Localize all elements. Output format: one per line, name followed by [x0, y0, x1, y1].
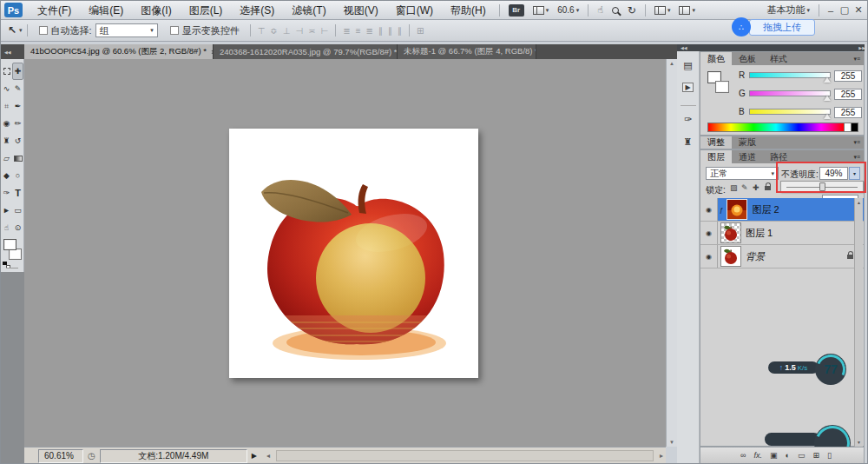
blur-tool[interactable]: ◆ [1, 167, 12, 184]
distribute-vertical-centers-icon[interactable]: ≡ [353, 26, 364, 36]
panel-menu-icon[interactable]: ▾≡ [850, 52, 864, 65]
red-slider-thumb[interactable] [824, 77, 831, 83]
opacity-value-field[interactable]: 49% [819, 167, 848, 180]
tab-channels[interactable]: 通道 [732, 150, 763, 163]
layer-name[interactable]: 图层 1 [746, 227, 773, 240]
document-tab-2[interactable]: 240368-1612020RA035.jpg @ 79.7%(RGB/8#) … [214, 44, 398, 59]
green-value-field[interactable]: 255 [834, 89, 862, 100]
layer-thumbnail[interactable] [720, 222, 741, 243]
actions-panel-icon[interactable]: ▶ [682, 83, 694, 92]
align-horizontal-centers-icon[interactable]: ≍ [306, 26, 318, 36]
lock-transparency-icon[interactable]: ▨ [730, 183, 738, 192]
layers-scrollbar[interactable]: ▲ ▼ [854, 198, 863, 447]
tab-color[interactable]: 颜色 [700, 52, 732, 65]
menu-layer[interactable]: 图层(L) [181, 1, 232, 20]
canvas-vertical-scrollbar[interactable]: ▲ ▼ [666, 59, 677, 447]
opacity-dropdown-button[interactable]: ▾ [849, 167, 860, 180]
launch-bridge-button[interactable]: Br [504, 3, 529, 18]
menu-view[interactable]: 视图(V) [335, 1, 387, 20]
tab-masks[interactable]: 蒙版 [732, 136, 763, 149]
menu-window[interactable]: 窗口(W) [387, 1, 442, 20]
blue-slider-thumb[interactable] [824, 114, 831, 119]
workspace-switcher[interactable]: 基本功能 ▾ [762, 3, 814, 18]
horizontal-scrollbar[interactable] [276, 450, 654, 461]
view-extras-button[interactable]: ▾ [529, 3, 554, 18]
distribute-bottom-edges-icon[interactable]: ≣ [364, 26, 376, 36]
distribute-right-edges-icon[interactable]: ∥ [395, 26, 404, 36]
menu-filter[interactable]: 滤镜(T) [283, 1, 334, 20]
canvas-area[interactable] [24, 59, 666, 447]
eraser-tool[interactable]: ▱ [1, 149, 12, 167]
align-vertical-centers-icon[interactable]: ≎ [267, 26, 279, 36]
align-bottom-edges-icon[interactable]: ⊥ [280, 26, 293, 36]
brushes-panel-icon[interactable]: ✑ [677, 114, 699, 125]
tab-swatches[interactable]: 色板 [732, 52, 763, 65]
spot-healing-brush-tool[interactable]: ◉ [1, 115, 12, 132]
menu-select[interactable]: 选择(S) [231, 1, 283, 20]
crop-tool[interactable]: ⌗ [1, 97, 12, 115]
zoom-percentage-field[interactable]: 60.61% [38, 449, 83, 463]
link-layers-icon[interactable]: ∞ [740, 451, 746, 460]
type-tool[interactable]: T [12, 184, 23, 202]
history-panel-icon[interactable]: ▤ [677, 60, 699, 71]
arrange-documents-button[interactable]: ▾ [650, 3, 675, 18]
hand-tool-button[interactable]: ☝ [593, 3, 608, 18]
auto-select-checkbox[interactable] [39, 26, 48, 35]
distribute-left-edges-icon[interactable]: ∥ [376, 26, 385, 36]
new-group-icon[interactable]: ▭ [798, 451, 806, 460]
rectangle-tool[interactable]: ▭ [12, 202, 23, 219]
tools-collapse-icon[interactable]: ◀◀ [1, 44, 24, 59]
visibility-toggle[interactable]: ◉ [700, 222, 718, 244]
foreground-color-swatch[interactable] [3, 239, 16, 250]
rotate-view-button[interactable]: ↻ [623, 3, 641, 18]
scroll-up-icon[interactable]: ▲ [669, 61, 674, 66]
delete-layer-icon[interactable]: ▯ [827, 451, 832, 460]
new-adjustment-layer-icon[interactable]: ◐ [785, 451, 789, 460]
lock-all-icon[interactable] [765, 186, 771, 190]
menu-edit[interactable]: 编辑(E) [80, 1, 132, 20]
layer-name[interactable]: 背景 [746, 250, 765, 263]
panel-menu-icon[interactable]: ▾≡ [850, 136, 864, 149]
align-top-edges-icon[interactable]: ⊤ [255, 26, 268, 36]
black-swatch[interactable] [852, 123, 858, 132]
show-transform-checkbox[interactable] [170, 26, 179, 35]
zoom-level-control[interactable]: 60.6 ▾ [553, 3, 583, 18]
dodge-tool[interactable]: ○ [12, 167, 23, 184]
lasso-tool[interactable]: ∿ [1, 80, 12, 97]
green-slider[interactable] [749, 90, 831, 96]
background-layer-row[interactable]: ◉ 背景 [700, 245, 864, 268]
red-value-field[interactable]: 255 [834, 70, 862, 82]
tab-layers[interactable]: 图层 [700, 150, 732, 163]
rectangular-marquee-tool[interactable] [1, 63, 12, 80]
chevron-down-icon[interactable]: ▾ [19, 27, 23, 34]
layer-thumbnail[interactable] [727, 199, 747, 220]
blue-value-field[interactable]: 255 [834, 107, 862, 118]
pen-tool[interactable]: ✑ [1, 184, 12, 202]
menu-help[interactable]: 帮助(H) [442, 1, 495, 20]
clone-stamp-tool[interactable]: ♜ [1, 132, 12, 149]
layer-row-2[interactable]: ◉ ƒ 图层 2 [700, 198, 864, 222]
layer-row-1[interactable]: ◉ 图层 1 [700, 222, 864, 245]
visibility-toggle[interactable]: ◉ [700, 198, 718, 221]
status-flyout-icon[interactable]: ▶ [252, 452, 257, 460]
scroll-left-icon[interactable]: ◂ [266, 452, 270, 460]
red-slider[interactable] [749, 72, 831, 78]
minimize-button[interactable]: – [824, 5, 838, 16]
close-button[interactable]: ✕ [852, 4, 865, 16]
auto-align-layers-icon[interactable]: ⊞ [414, 26, 426, 36]
screen-mode-button[interactable]: ▾ [674, 3, 700, 18]
distribute-top-edges-icon[interactable]: ≣ [340, 26, 352, 36]
lock-position-icon[interactable]: ✚ [753, 183, 760, 192]
opacity-slider-thumb[interactable] [819, 182, 825, 191]
blend-mode-dropdown[interactable]: 正常 ▾ [706, 167, 779, 180]
tab-adjustments[interactable]: 调整 [700, 136, 732, 149]
brush-tool[interactable]: ✏ [12, 115, 23, 132]
path-selection-tool[interactable]: ► [1, 202, 12, 219]
move-tool[interactable]: ✚ [12, 63, 23, 80]
maximize-button[interactable]: ▢ [838, 4, 852, 16]
eyedropper-tool[interactable]: ✒ [12, 97, 23, 115]
green-slider-thumb[interactable] [824, 96, 831, 101]
panel-menu-icon[interactable]: ▾≡ [850, 150, 864, 163]
document-tab-3[interactable]: 未标题-1 @ 66.7% (图层 4, RGB/8) * × [398, 44, 536, 59]
document-canvas[interactable] [229, 129, 478, 378]
